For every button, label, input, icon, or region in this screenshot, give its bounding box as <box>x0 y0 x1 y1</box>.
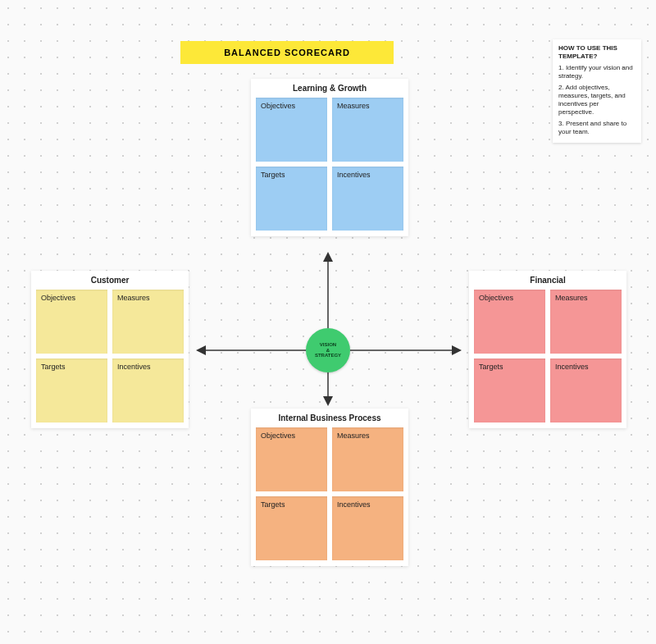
card-objectives[interactable]: Objectives <box>256 98 327 162</box>
card-measures[interactable]: Measures <box>332 98 403 162</box>
card-grid: Objectives Measures Targets Incentives <box>251 427 408 566</box>
panel-customer[interactable]: Customer Objectives Measures Targets Inc… <box>31 271 189 428</box>
instructions-heading: HOW TO USE THIS TEMPLATE? <box>558 44 636 61</box>
instructions-step-2: 2. Add objectives, measures, targets, an… <box>558 84 636 116</box>
center-line-3: STRATEGY <box>315 353 341 359</box>
card-targets[interactable]: Targets <box>36 359 107 422</box>
card-incentives[interactable]: Incentives <box>112 359 184 422</box>
instructions-step-3: 3. Present and share to your team. <box>558 120 636 136</box>
card-measures[interactable]: Measures <box>112 290 184 354</box>
card-objectives[interactable]: Objectives <box>474 290 545 354</box>
title-text: BALANCED SCORECARD <box>224 48 350 57</box>
card-measures[interactable]: Measures <box>332 427 403 491</box>
panel-title: Customer <box>31 271 189 290</box>
panel-internal-business-process[interactable]: Internal Business Process Objectives Mea… <box>251 409 408 566</box>
title-banner[interactable]: BALANCED SCORECARD <box>180 41 394 64</box>
whiteboard-canvas[interactable]: BALANCED SCORECARD HOW TO USE THIS TEMPL… <box>0 0 656 644</box>
center-line-1: VISION <box>320 342 336 348</box>
center-line-2: & <box>326 348 330 354</box>
panel-learning-growth[interactable]: Learning & Growth Objectives Measures Ta… <box>251 79 408 236</box>
panel-financial[interactable]: Financial Objectives Measures Targets In… <box>469 271 626 428</box>
panel-title: Internal Business Process <box>251 409 408 427</box>
card-targets[interactable]: Targets <box>256 496 327 560</box>
card-grid: Objectives Measures Targets Incentives <box>469 290 626 428</box>
card-incentives[interactable]: Incentives <box>550 359 622 422</box>
panel-title: Financial <box>469 271 626 290</box>
card-grid: Objectives Measures Targets Incentives <box>251 98 408 236</box>
card-grid: Objectives Measures Targets Incentives <box>31 290 189 428</box>
instructions-step-1: 1. Identify your vision and strategy. <box>558 64 636 80</box>
card-measures[interactable]: Measures <box>550 290 622 354</box>
card-incentives[interactable]: Incentives <box>332 496 403 560</box>
card-targets[interactable]: Targets <box>474 359 545 422</box>
card-targets[interactable]: Targets <box>256 167 327 231</box>
instructions-note[interactable]: HOW TO USE THIS TEMPLATE? 1. Identify yo… <box>553 39 641 143</box>
vision-strategy-circle[interactable]: VISION & STRATEGY <box>306 328 350 372</box>
card-objectives[interactable]: Objectives <box>36 290 107 354</box>
card-incentives[interactable]: Incentives <box>332 167 403 231</box>
card-objectives[interactable]: Objectives <box>256 427 327 491</box>
panel-title: Learning & Growth <box>251 79 408 98</box>
